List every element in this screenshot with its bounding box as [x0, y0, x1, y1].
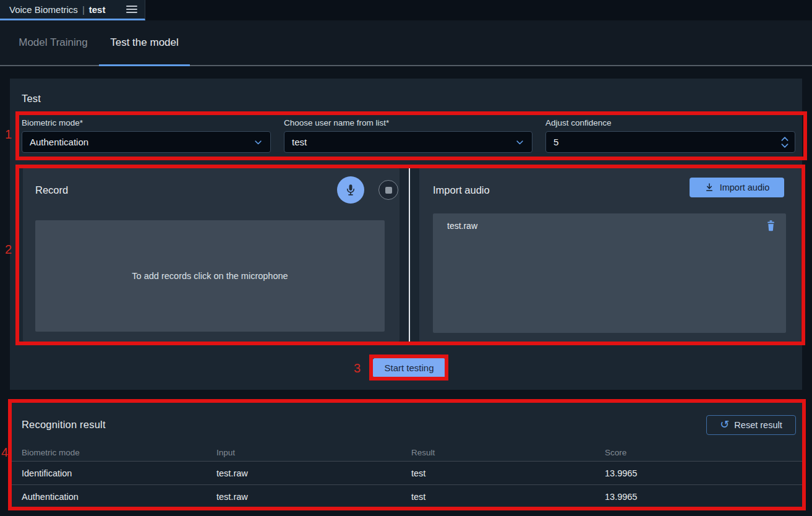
confidence-number-input[interactable]: 5 — [545, 131, 795, 153]
annotation-number-4: 4 — [1, 445, 8, 460]
biometric-mode-label: Biometric mode* — [22, 118, 83, 127]
record-microphone-button[interactable] — [337, 176, 364, 204]
biometric-mode-select[interactable]: Authentication — [22, 131, 271, 153]
session-name: test — [89, 4, 106, 15]
cell-result: test — [411, 468, 605, 478]
imported-files-list: test.raw — [433, 213, 786, 333]
cell-input: test.raw — [216, 468, 411, 478]
cell-score: 13.9965 — [605, 492, 802, 502]
column-header-result: Result — [411, 448, 605, 457]
top-bar: Voice Biometrics | test — [0, 0, 812, 20]
delete-file-button[interactable] — [766, 220, 776, 234]
cell-result: test — [411, 492, 605, 502]
tab-test-the-model[interactable]: Test the model — [99, 20, 190, 65]
recognition-result-section: Recognition result ↺ Reset result Biomet… — [10, 401, 802, 509]
file-name: test.raw — [447, 221, 477, 231]
file-list-item: test.raw — [433, 213, 786, 241]
chevron-up-icon[interactable] — [780, 136, 789, 141]
start-testing-button[interactable]: Start testing — [373, 358, 445, 377]
window-tab[interactable]: Voice Biometrics | test — [0, 0, 145, 20]
user-name-label: Choose user name from list* — [284, 118, 389, 127]
cell-input: test.raw — [216, 492, 411, 502]
number-stepper[interactable] — [780, 136, 789, 148]
tab-bar: Model Training Test the model — [0, 20, 812, 66]
reset-result-button[interactable]: ↺ Reset result — [706, 415, 796, 435]
table-header-row: Biometric mode Input Result Score — [10, 444, 802, 461]
cell-biometric-mode: Authentication — [22, 492, 216, 502]
records-placeholder-area: To add records click on the microphone — [35, 220, 385, 332]
tab-model-training[interactable]: Model Training — [14, 20, 93, 65]
user-name-value: test — [292, 137, 307, 147]
download-icon — [704, 183, 714, 192]
import-audio-button-label: Import audio — [720, 183, 770, 192]
result-section-title: Recognition result — [22, 419, 106, 431]
hamburger-menu-icon[interactable] — [126, 6, 137, 13]
records-placeholder-text: To add records click on the microphone — [132, 271, 288, 281]
confidence-value: 5 — [553, 137, 558, 147]
column-header-biometric-mode: Biometric mode — [22, 448, 216, 457]
microphone-icon — [344, 183, 357, 197]
chevron-down-icon — [515, 137, 524, 147]
import-audio-button[interactable]: Import audio — [690, 178, 784, 197]
results-table: Biometric mode Input Result Score Identi… — [10, 444, 802, 508]
trash-icon — [766, 220, 776, 231]
reset-result-button-label: Reset result — [734, 420, 782, 430]
panel-divider — [409, 167, 410, 342]
record-panel: Record To add records click on the micro… — [23, 167, 400, 342]
cell-score: 13.9965 — [605, 468, 802, 478]
biometric-mode-value: Authentication — [30, 137, 88, 147]
import-panel-title: Import audio — [433, 184, 490, 196]
stop-recording-button[interactable] — [378, 180, 398, 200]
reset-icon: ↺ — [720, 419, 729, 430]
user-name-select[interactable]: test — [284, 131, 532, 153]
table-row: Identification test.raw test 13.9965 — [10, 461, 802, 484]
test-section: Test Biometric mode* Choose user name fr… — [10, 79, 802, 390]
chevron-down-icon[interactable] — [780, 143, 789, 148]
voice-biometrics-app: Voice Biometrics | test Model Training T… — [0, 0, 812, 516]
table-row: Authentication test.raw test 13.9965 — [10, 484, 802, 508]
test-section-title: Test — [22, 93, 41, 105]
active-tab-indicator — [99, 64, 190, 66]
title-separator: | — [82, 4, 85, 15]
stop-icon — [385, 187, 392, 194]
chevron-down-icon — [254, 137, 263, 147]
adjust-confidence-label: Adjust confidence — [545, 118, 612, 127]
column-header-input: Input — [216, 448, 411, 457]
column-header-score: Score — [605, 448, 802, 457]
cell-biometric-mode: Identification — [22, 468, 216, 478]
import-audio-panel: Import audio Import audio test.raw — [419, 167, 801, 342]
app-title: Voice Biometrics — [9, 4, 78, 15]
record-panel-title: Record — [35, 184, 68, 196]
